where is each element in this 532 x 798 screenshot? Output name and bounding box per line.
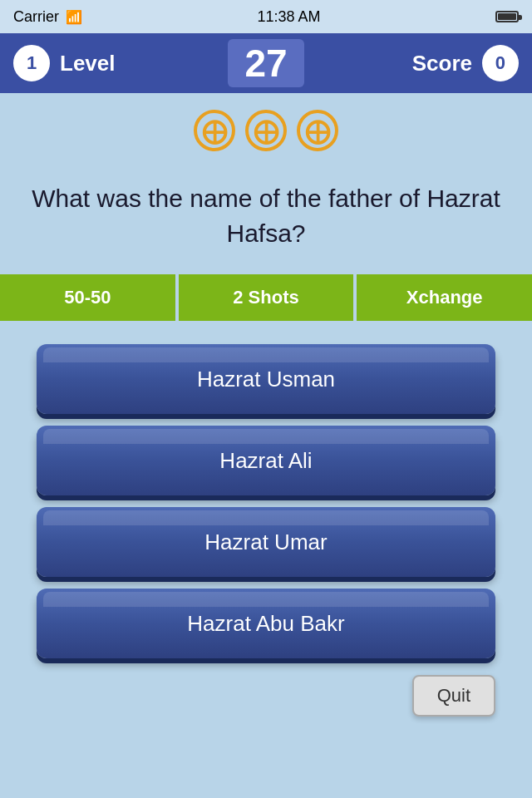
carrier-label: Carrier (13, 8, 59, 26)
answer-button-2[interactable]: Hazrat Ali (37, 426, 495, 495)
answer-button-4[interactable]: Hazrat Abu Bakr (37, 589, 495, 658)
status-time: 11:38 AM (257, 8, 320, 26)
answers-area: Hazrat Usman Hazrat Ali Hazrat Umar Hazr… (0, 321, 532, 658)
wifi-icon: 📶 (66, 9, 82, 25)
hint-bar: 50-50 2 Shots Xchange (0, 274, 532, 321)
answer-button-3[interactable]: Hazrat Umar (37, 507, 495, 577)
header-left: 1 Level (13, 45, 130, 81)
question-text: What was the name of the father of Hazra… (30, 181, 502, 251)
current-level: 27 (228, 39, 303, 87)
level-badge: 1 (13, 45, 50, 81)
lifeline-1-icon[interactable]: ⨁ (194, 110, 235, 151)
answer-button-1[interactable]: Hazrat Usman (37, 344, 495, 414)
battery-icon (495, 11, 519, 22)
fifty-fifty-button[interactable]: 50-50 (0, 274, 175, 321)
lifeline-2-icon[interactable]: ⨁ (245, 110, 287, 151)
level-label: Level (60, 51, 116, 76)
score-label: Score (412, 51, 472, 76)
status-right (495, 11, 519, 22)
lifeline-3-icon[interactable]: ⨁ (297, 110, 338, 151)
score-badge: 0 (482, 45, 519, 81)
header-right: Score 0 (402, 45, 519, 81)
question-area: What was the name of the father of Hazra… (0, 165, 532, 274)
status-bar: Carrier 📶 11:38 AM (0, 0, 532, 33)
lifelines-row: ⨁ ⨁ ⨁ (0, 93, 532, 165)
quit-area: Quit (0, 658, 532, 717)
header-bar: 1 Level 27 Score 0 (0, 33, 532, 93)
xchange-button[interactable]: Xchange (357, 274, 532, 321)
quit-button[interactable]: Quit (412, 675, 495, 717)
two-shots-button[interactable]: 2 Shots (179, 274, 354, 321)
status-left: Carrier 📶 (13, 8, 82, 26)
